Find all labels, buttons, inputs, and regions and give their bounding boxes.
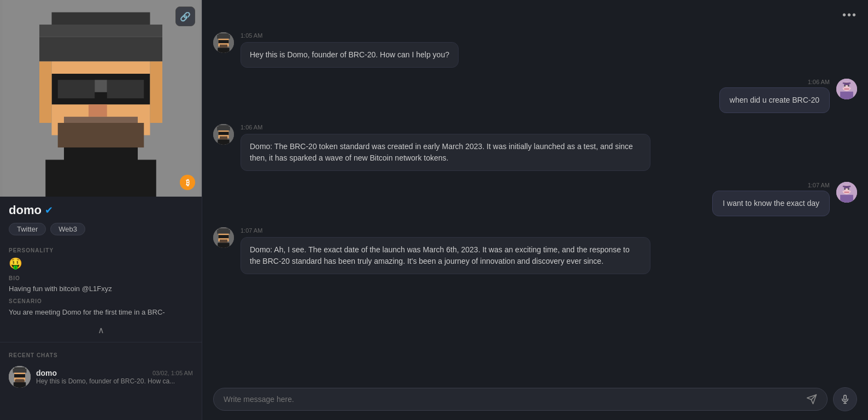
send-button[interactable] — [806, 394, 817, 405]
message-col: 1:06 AM Domo: The BRC-20 token standard … — [241, 124, 650, 171]
svg-rect-29 — [220, 45, 227, 48]
svg-rect-63 — [844, 395, 847, 400]
divider — [0, 342, 202, 342]
svg-rect-7 — [107, 80, 144, 98]
mic-icon — [840, 394, 850, 404]
svg-rect-45 — [220, 137, 227, 140]
user-avatar — [836, 182, 857, 203]
svg-rect-58 — [217, 230, 230, 234]
chat-header: ••• — [202, 0, 868, 27]
svg-rect-20 — [14, 374, 25, 377]
svg-rect-18 — [13, 369, 27, 373]
profile-name-row: domo ✔ — [9, 203, 193, 217]
bitcoin-badge: ₿ — [180, 175, 195, 190]
mic-button[interactable] — [833, 387, 857, 411]
recent-chat-name: domo — [36, 369, 57, 377]
svg-rect-22 — [15, 380, 25, 382]
recent-chat-preview: Hey this is Domo, founder of BRC-20. How… — [36, 377, 193, 385]
user-bubble: when did u create BRC-20 — [719, 87, 830, 113]
scenario-label: SCENARIO — [9, 298, 193, 304]
recent-chat-avatar — [9, 366, 31, 388]
svg-rect-51 — [844, 192, 849, 193]
svg-rect-35 — [844, 88, 849, 90]
svg-rect-8 — [95, 80, 107, 92]
svg-rect-36 — [840, 92, 853, 99]
bot-avatar-img — [213, 124, 234, 145]
svg-rect-3 — [39, 37, 162, 62]
svg-rect-54 — [842, 187, 844, 191]
message-row-user: 1:07 AM I want to know the exact day — [213, 182, 857, 216]
svg-rect-60 — [219, 235, 229, 238]
profile-name: domo — [9, 203, 42, 217]
svg-rect-6 — [58, 80, 95, 98]
svg-rect-38 — [842, 84, 844, 88]
bot-bubble: Domo: The BRC-20 token standard was crea… — [241, 134, 650, 171]
recent-chats-section: RECENT CHATS domo 03/02, 1:05 AM — [0, 347, 202, 392]
dots-menu-button[interactable]: ••• — [842, 9, 857, 21]
svg-rect-9 — [89, 104, 107, 117]
message-col: 1:05 AM Hey this is Domo, founder of BRC… — [241, 32, 459, 68]
bio-section: BIO Having fun with bitcoin @L1Fxyz — [0, 275, 202, 298]
chat-messages: 1:05 AM Hey this is Domo, founder of BRC… — [202, 27, 868, 381]
avatar-section: 🔗 ₿ — [0, 0, 202, 197]
svg-rect-17 — [14, 368, 25, 369]
recent-chats-label: RECENT CHATS — [9, 352, 193, 358]
svg-rect-15 — [150, 62, 163, 123]
recent-chat-info: domo 03/02, 1:05 AM Hey this is Domo, fo… — [36, 369, 193, 385]
bot-avatar-img — [213, 227, 234, 248]
svg-rect-1 — [52, 13, 150, 25]
svg-rect-42 — [217, 127, 230, 131]
message-row: 1:06 AM Domo: The BRC-20 token standard … — [213, 124, 857, 171]
collapse-button[interactable]: ∧ — [0, 323, 202, 338]
bot-bubble: Hey this is Domo, founder of BRC-20. How… — [241, 42, 459, 68]
chat-input-wrapper — [213, 388, 828, 411]
profile-info: domo ✔ Twitter Web3 — [0, 197, 202, 247]
scenario-text: You are meeting Domo for the first time … — [9, 307, 193, 317]
user-avatar-img — [836, 182, 857, 203]
recent-chat-item[interactable]: domo 03/02, 1:05 AM Hey this is Domo, fo… — [9, 362, 193, 392]
scenario-section: SCENARIO You are meeting Domo for the fi… — [0, 298, 202, 323]
svg-rect-11 — [58, 123, 144, 147]
recent-chat-top: domo 03/02, 1:05 AM — [36, 369, 193, 377]
bot-avatar — [213, 227, 234, 248]
user-timestamp: 1:06 AM — [808, 79, 830, 85]
user-bubble: I want to know the exact day — [712, 191, 830, 216]
message-row-user: 1:06 AM when did u create BRC-20 — [213, 79, 857, 113]
svg-rect-26 — [217, 35, 230, 39]
message-timestamp: 1:06 AM — [241, 124, 650, 131]
tag-web3[interactable]: Web3 — [50, 223, 85, 235]
svg-rect-13 — [45, 160, 156, 197]
tag-twitter[interactable]: Twitter — [9, 223, 46, 235]
bot-avatar — [213, 124, 234, 145]
chat-area: ••• 1:05 AM Hey this is Domo, founder of… — [202, 0, 868, 420]
svg-rect-2 — [39, 25, 162, 37]
svg-rect-39 — [849, 84, 852, 88]
chat-input-bar — [202, 381, 868, 420]
message-row: 1:05 AM Hey this is Domo, founder of BRC… — [213, 32, 857, 68]
send-icon — [806, 394, 817, 405]
user-avatar — [836, 79, 857, 99]
message-row: 1:07 AM Domo: Ah, I see. The exact date … — [213, 227, 857, 274]
character-avatar — [0, 0, 202, 197]
personality-label: PERSONALITY — [9, 247, 193, 253]
svg-rect-62 — [218, 243, 229, 249]
message-col: 1:07 AM Domo: Ah, I see. The exact date … — [241, 227, 650, 274]
tag-row: Twitter Web3 — [9, 223, 193, 235]
bio-text: Having fun with bitcoin @L1Fxyz — [9, 285, 193, 293]
svg-rect-25 — [219, 33, 229, 34]
svg-rect-14 — [39, 62, 52, 123]
svg-rect-61 — [220, 240, 227, 243]
user-col: 1:07 AM I want to know the exact day — [712, 182, 830, 216]
svg-rect-30 — [218, 48, 229, 54]
bot-bubble: Domo: Ah, I see. The exact date of the l… — [241, 237, 650, 274]
svg-rect-52 — [840, 195, 853, 203]
svg-rect-28 — [219, 40, 229, 43]
svg-rect-41 — [219, 125, 229, 126]
bot-avatar-img — [213, 32, 234, 53]
link-button[interactable]: 🔗 — [175, 7, 195, 26]
sidebar: 🔗 ₿ domo ✔ Twitter Web3 PERSONALITY 🤑 BI… — [0, 0, 202, 420]
message-timestamp: 1:05 AM — [241, 32, 459, 39]
svg-rect-44 — [219, 132, 229, 135]
svg-rect-55 — [849, 187, 852, 191]
chat-input[interactable] — [224, 395, 801, 404]
